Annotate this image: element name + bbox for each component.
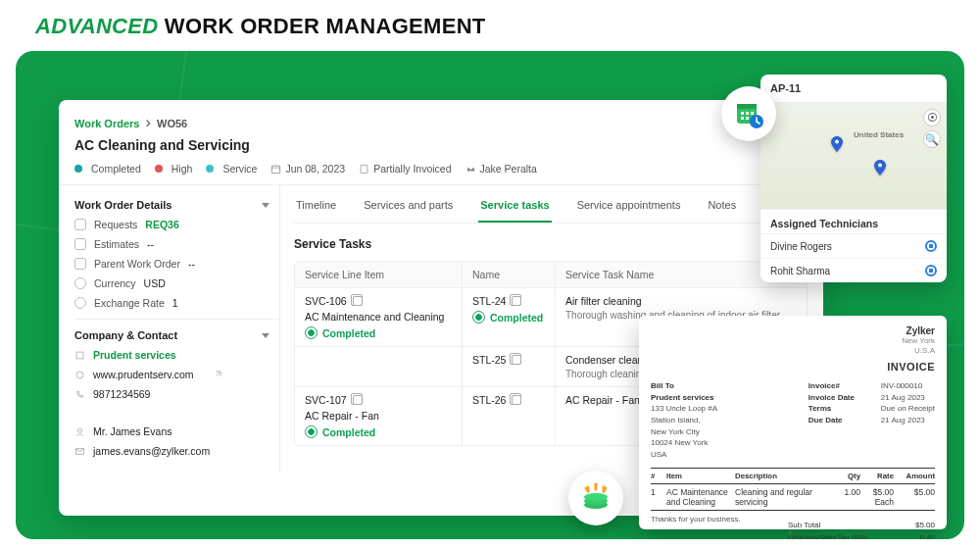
stage: Work Orders › WO56 AC Cleaning and Servi… (16, 51, 964, 539)
tab-notes[interactable]: Notes (706, 191, 738, 223)
company-phone[interactable]: 9871234569 (74, 388, 270, 400)
row-exchange[interactable]: Exchange Rate1 (74, 297, 270, 309)
tab-parts[interactable]: Services and parts (362, 191, 455, 223)
company-name[interactable]: Prudent services (74, 349, 270, 361)
tasks-header: Service Tasks (294, 237, 808, 251)
mail-icon (74, 446, 85, 457)
map-zoom-button[interactable]: 🔍 (923, 130, 941, 148)
tabs: Timeline Services and parts Service task… (294, 191, 808, 224)
svg-rect-12 (746, 112, 749, 115)
svg-rect-10 (737, 104, 757, 109)
contact-name[interactable]: Mr. James Evans (74, 425, 270, 437)
details-sidebar: Work Order Details RequestsREQ36 Estimat… (74, 185, 280, 473)
appointment-id: AP-11 (760, 75, 947, 102)
company-header[interactable]: Company & Contact (74, 329, 270, 341)
svg-point-7 (835, 140, 839, 144)
invoice-table: # Item Description Qty Rate Amount 1 AC … (651, 468, 935, 511)
copy-icon[interactable] (512, 355, 521, 365)
breadcrumb[interactable]: Work Orders › WO56 (74, 114, 808, 131)
invoice-line: 1 AC Maintenance and Cleaning Cleaning a… (651, 484, 935, 510)
type-badge: Service (206, 163, 257, 175)
tab-appts[interactable]: Service appointments (575, 191, 683, 223)
crown-icon (466, 164, 476, 175)
external-link-icon[interactable] (212, 370, 222, 380)
technician-row[interactable]: Rohit Sharma (760, 258, 947, 282)
page-title-rest: WORK ORDER MANAGEMENT (158, 14, 485, 38)
copy-icon[interactable] (512, 296, 521, 306)
work-order-title: AC Cleaning and Servicing (74, 137, 808, 153)
contact-email[interactable]: james.evans@zylker.com (74, 445, 270, 457)
map-locate-button[interactable]: ⦿ (923, 109, 941, 126)
invoice-status-badge: Partially Invoiced (359, 163, 451, 175)
company-website[interactable]: www.prudentserv.com (74, 369, 270, 380)
tab-timeline[interactable]: Timeline (294, 191, 338, 223)
technician-row[interactable]: Divine Rogers (760, 233, 947, 258)
map-card: AP-11 United States ⦿ 🔍 Assigned Technic… (760, 75, 947, 282)
exchange-icon (74, 297, 86, 309)
map-label: United States (854, 130, 904, 139)
technician-locate-icon[interactable] (925, 265, 937, 276)
user-icon (74, 426, 85, 437)
invoice-company: Zylker (902, 325, 935, 336)
date-badge: Jun 08, 2023 (270, 163, 345, 175)
svg-point-19 (584, 493, 608, 501)
technician-locate-icon[interactable] (925, 240, 937, 252)
building-icon (74, 350, 85, 361)
svg-point-4 (76, 372, 83, 378)
invoice-meta: Invoice#INV-000010 Invoice Date21 Aug 20… (808, 380, 935, 460)
svg-rect-11 (741, 112, 744, 115)
parent-icon (74, 258, 86, 270)
row-currency[interactable]: CurrencyUSD (74, 277, 270, 289)
svg-rect-14 (741, 117, 744, 120)
table-header: Service Line Item Name Service Task Name (295, 262, 807, 287)
svg-rect-13 (751, 112, 754, 115)
breadcrumb-sep: › (146, 114, 151, 130)
billing-badge (568, 471, 623, 525)
chevron-down-icon (262, 203, 270, 208)
svg-rect-0 (272, 166, 280, 174)
invoice-card: Zylker New YorkU.S.A INVOICE Bill To Pru… (639, 316, 947, 529)
invoice-icon (359, 164, 369, 175)
copy-icon[interactable] (353, 296, 363, 306)
details-header[interactable]: Work Order Details (74, 199, 270, 211)
map-pin-icon[interactable] (874, 160, 886, 175)
breadcrumb-root[interactable]: Work Orders (74, 118, 139, 129)
row-estimates[interactable]: Estimates-- (74, 238, 270, 250)
map-pin-icon[interactable] (831, 136, 843, 152)
calendar-icon (270, 164, 281, 175)
copy-icon[interactable] (353, 395, 363, 405)
status-badge: Completed (74, 163, 141, 175)
breadcrumb-id: WO56 (157, 118, 187, 129)
row-requests[interactable]: RequestsREQ36 (74, 219, 270, 230)
svg-rect-2 (361, 165, 368, 173)
copy-icon[interactable] (512, 395, 521, 405)
svg-rect-3 (76, 352, 83, 359)
svg-point-8 (878, 164, 882, 168)
calendar-clock-icon (733, 98, 764, 129)
globe-icon (74, 370, 85, 380)
tab-tasks[interactable]: Service tasks (478, 191, 551, 223)
invoice-title: INVOICE (651, 361, 935, 373)
chevron-down-icon (262, 333, 270, 338)
svg-point-5 (77, 428, 81, 432)
currency-icon (74, 277, 86, 289)
page-title: ADVANCED WORK ORDER MANAGEMENT (0, 0, 980, 51)
invoice-bill-to: Bill To Prudent services 133 Uncle Loop … (651, 380, 717, 460)
priority-badge: High (155, 163, 193, 175)
phone-icon (74, 389, 85, 400)
assignee-badge: Jake Peralta (466, 163, 537, 175)
estimate-icon (74, 238, 86, 250)
meta-row: Completed High Service Jun 08, 2023 Part… (74, 163, 808, 175)
technicians-header: Assigned Technicians (760, 210, 947, 233)
page-title-accent: ADVANCED (35, 14, 158, 38)
svg-rect-15 (746, 117, 749, 120)
request-icon (74, 219, 86, 230)
coins-icon (579, 481, 612, 515)
invoice-thanks: Thanks for your business. (651, 515, 741, 524)
invoice-totals: Sub Total$5.00 NewYorkStateTax (8%)0.40 … (788, 519, 935, 539)
schedule-badge (721, 86, 776, 141)
map[interactable]: United States ⦿ 🔍 (760, 102, 947, 210)
row-parent[interactable]: Parent Work Order-- (74, 258, 270, 270)
